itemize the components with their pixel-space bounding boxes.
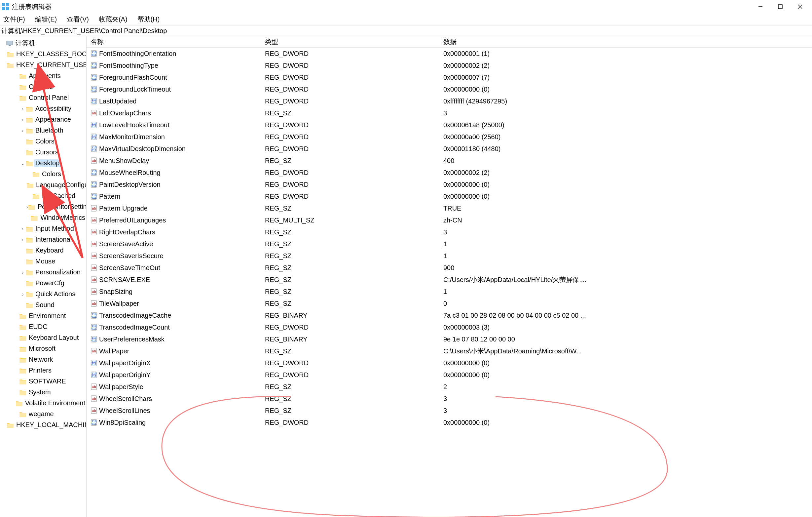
- value-row[interactable]: abWheelScrollLinesREG_SZ3: [87, 405, 812, 416]
- value-row[interactable]: abLeftOverlapCharsREG_SZ3: [87, 107, 812, 119]
- folder-icon: [19, 346, 26, 352]
- expander-icon[interactable]: ›: [20, 117, 26, 122]
- tree-item[interactable]: ›PerMonitorSettings: [0, 201, 86, 212]
- tree-item-label: Environment: [29, 312, 66, 319]
- menu-view[interactable]: 查看(V): [65, 14, 91, 24]
- expander-icon[interactable]: ›: [20, 292, 26, 297]
- value-row[interactable]: abTileWallpaperREG_SZ0: [87, 298, 812, 309]
- menu-edit[interactable]: 编辑(E): [33, 14, 59, 24]
- minimize-button[interactable]: [751, 0, 771, 13]
- value-row[interactable]: 110011MouseWheelRoutingREG_DWORD0x000000…: [87, 167, 812, 179]
- address-bar[interactable]: 计算机\HKEY_CURRENT_USER\Control Panel\Desk…: [0, 25, 812, 36]
- value-row[interactable]: 110011Win8DpiScalingREG_DWORD0x00000000 …: [87, 416, 812, 428]
- value-row[interactable]: 110011ForegroundLockTimeoutREG_DWORD0x00…: [87, 83, 812, 95]
- tree-item[interactable]: Sound: [0, 299, 86, 310]
- expander-icon[interactable]: ›: [20, 128, 26, 133]
- value-row[interactable]: 110011WallpaperOriginXREG_DWORD0x0000000…: [87, 357, 812, 369]
- value-row[interactable]: 110011LowLevelHooksTimeoutREG_DWORD0x000…: [87, 119, 812, 131]
- value-row[interactable]: 110011UserPreferencesMaskREG_BINARY9e 1e…: [87, 333, 812, 345]
- tree-item[interactable]: Colors: [0, 169, 86, 180]
- binary-value-icon: 110011: [90, 86, 97, 92]
- value-row[interactable]: abRightOverlapCharsREG_SZ3: [87, 226, 812, 238]
- tree-item[interactable]: HKEY_CURRENT_USER: [0, 59, 86, 71]
- expander-icon[interactable]: ›: [20, 270, 26, 275]
- value-row[interactable]: 110011MaxMonitorDimensionREG_DWORD0x0000…: [87, 131, 812, 143]
- tree-item[interactable]: Microsoft: [0, 343, 86, 354]
- value-row[interactable]: 110011FontSmoothingOrientationREG_DWORD0…: [87, 48, 812, 59]
- value-row[interactable]: abMenuShowDelayREG_SZ400: [87, 155, 812, 167]
- menu-favorites[interactable]: 收藏夹(A): [97, 14, 129, 24]
- value-row[interactable]: abWheelScrollCharsREG_SZ3: [87, 393, 812, 405]
- tree-item[interactable]: ›Accessibility: [0, 103, 86, 114]
- tree-item[interactable]: ›Personalization: [0, 267, 86, 278]
- value-data: 0x00000003 (3): [443, 324, 812, 331]
- value-row[interactable]: abScreenSaveActiveREG_SZ1: [87, 238, 812, 250]
- value-row[interactable]: 110011FontSmoothingTypeREG_DWORD0x000000…: [87, 59, 812, 72]
- value-row[interactable]: abPattern UpgradeREG_SZTRUE: [87, 202, 812, 214]
- tree-item[interactable]: ⌄Desktop: [0, 158, 86, 169]
- tree-item-label: Input Method: [35, 225, 74, 232]
- menu-file[interactable]: 文件(F): [1, 14, 27, 24]
- tree-item[interactable]: Volatile Environment: [0, 398, 86, 409]
- tree-item[interactable]: ›Bluetooth: [0, 125, 86, 136]
- tree-item[interactable]: Keyboard: [0, 245, 86, 256]
- tree-item[interactable]: Keyboard Layout: [0, 332, 86, 343]
- tree-item[interactable]: Network: [0, 354, 86, 365]
- tree-item-label: EUDC: [29, 323, 48, 330]
- column-name[interactable]: 名称: [87, 37, 265, 46]
- value-row[interactable]: abSCRNSAVE.EXEREG_SZC:/Users/小米/AppData/…: [87, 274, 812, 285]
- tree-item[interactable]: Printers: [0, 365, 86, 376]
- tree-item[interactable]: EUDC: [0, 321, 86, 332]
- tree-item[interactable]: Environment: [0, 310, 86, 321]
- tree-item[interactable]: ›Quick Actions: [0, 289, 86, 299]
- tree-item[interactable]: ›Input Method: [0, 223, 86, 234]
- value-row[interactable]: abScreenSaveTimeOutREG_SZ900: [87, 262, 812, 274]
- value-row[interactable]: abWallPaperREG_SZC:\Users\小米\AppData\Roa…: [87, 345, 812, 357]
- expander-icon[interactable]: ⌄: [20, 161, 26, 166]
- tree-item[interactable]: Cursors: [0, 147, 86, 158]
- tree-item[interactable]: PowerCfg: [0, 278, 86, 289]
- tree-item[interactable]: MuiCached: [0, 190, 86, 201]
- column-type[interactable]: 类型: [265, 37, 443, 46]
- tree-item[interactable]: Colors: [0, 136, 86, 147]
- tree-item[interactable]: 计算机: [0, 38, 86, 49]
- value-row[interactable]: 110011LastUpdatedREG_DWORD0xffffffff (42…: [87, 95, 812, 107]
- value-row[interactable]: 110011PatternREG_DWORD0x00000000 (0): [87, 190, 812, 202]
- tree-item[interactable]: Console: [0, 81, 86, 92]
- value-data: 0x00000000 (0): [443, 193, 812, 200]
- tree-pane[interactable]: 计算机HKEY_CLASSES_ROOTHKEY_CURRENT_USERApp…: [0, 36, 87, 517]
- tree-item[interactable]: Mouse: [0, 256, 86, 267]
- value-row[interactable]: 110011MaxVirtualDesktopDimensionREG_DWOR…: [87, 143, 812, 155]
- tree-item[interactable]: LanguageConfiguration: [0, 180, 86, 190]
- value-row[interactable]: 110011PaintDesktopVersionREG_DWORD0x0000…: [87, 179, 812, 190]
- value-row[interactable]: 110011WallpaperOriginYREG_DWORD0x0000000…: [87, 369, 812, 381]
- tree-item[interactable]: System: [0, 387, 86, 398]
- value-row[interactable]: abSnapSizingREG_SZ1: [87, 285, 812, 298]
- tree-item[interactable]: ›Appearance: [0, 114, 86, 125]
- value-row[interactable]: abWallpaperStyleREG_SZ2: [87, 381, 812, 393]
- tree-item[interactable]: wegame: [0, 409, 86, 419]
- svg-text:ab: ab: [92, 111, 96, 115]
- value-name: TranscodedImageCache: [99, 312, 171, 319]
- list-pane[interactable]: 名称 类型 数据 110011FontSmoothingOrientationR…: [87, 36, 812, 517]
- expander-icon[interactable]: ›: [20, 106, 26, 111]
- tree-item[interactable]: WindowMetrics: [0, 212, 86, 223]
- value-row[interactable]: abPreferredUILanguagesREG_MULTI_SZzh-CN: [87, 214, 812, 226]
- expander-icon[interactable]: ›: [20, 226, 26, 232]
- value-row[interactable]: abScreenSaverIsSecureREG_SZ1: [87, 250, 812, 262]
- expander-icon[interactable]: ›: [20, 237, 26, 242]
- column-data[interactable]: 数据: [443, 37, 812, 46]
- value-row[interactable]: 110011TranscodedImageCountREG_DWORD0x000…: [87, 321, 812, 333]
- tree-item[interactable]: SOFTWARE: [0, 376, 86, 387]
- value-row[interactable]: 110011ForegroundFlashCountREG_DWORD0x000…: [87, 72, 812, 83]
- value-type: REG_DWORD: [265, 50, 443, 57]
- tree-item[interactable]: HKEY_LOCAL_MACHINE: [0, 419, 86, 430]
- tree-item[interactable]: Control Panel: [0, 92, 86, 103]
- value-row[interactable]: 110011TranscodedImageCacheREG_BINARY7a c…: [87, 309, 812, 321]
- menu-help[interactable]: 帮助(H): [136, 14, 162, 24]
- maximize-button[interactable]: [771, 0, 790, 13]
- close-button[interactable]: [790, 0, 810, 13]
- tree-item[interactable]: AppEvents: [0, 71, 86, 81]
- tree-item[interactable]: HKEY_CLASSES_ROOT: [0, 49, 86, 59]
- tree-item[interactable]: ›International: [0, 234, 86, 245]
